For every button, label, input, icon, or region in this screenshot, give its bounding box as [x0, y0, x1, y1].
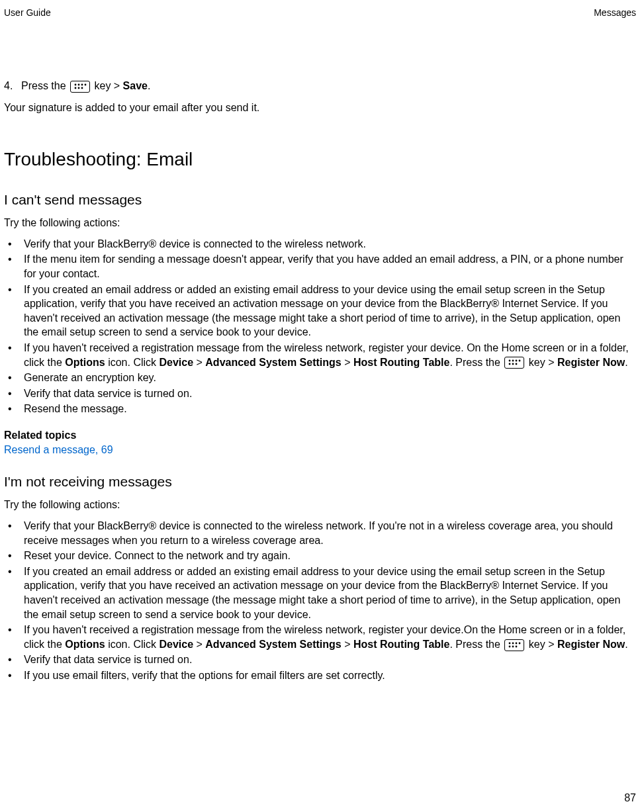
- step-text: Press the key > Save.: [21, 79, 150, 93]
- save-label: Save: [123, 80, 148, 91]
- svg-point-9: [516, 360, 518, 362]
- related-topics-label: Related topics: [4, 428, 636, 443]
- step-4: 4. Press the key > Save.: [4, 79, 636, 93]
- svg-point-19: [516, 645, 518, 647]
- signature-note: Your signature is added to your email af…: [4, 101, 636, 115]
- device-label: Device: [159, 357, 193, 368]
- text: key >: [526, 639, 557, 650]
- text: Press the: [21, 80, 69, 91]
- svg-point-5: [81, 87, 83, 89]
- svg-point-18: [512, 645, 514, 647]
- page-number: 87: [624, 791, 636, 805]
- svg-point-14: [509, 642, 511, 644]
- page-header: User Guide Messages: [4, 7, 636, 19]
- svg-point-2: [81, 83, 83, 85]
- svg-point-15: [512, 642, 514, 644]
- related-topics-block: Related topics Resend a message, 69: [4, 428, 636, 457]
- step-number: 4.: [4, 79, 21, 93]
- bullet-list-cant-send: Verify that your BlackBerry® device is c…: [4, 237, 636, 416]
- header-left: User Guide: [4, 7, 51, 19]
- list-item: If you haven't received a registration m…: [4, 341, 636, 369]
- svg-point-8: [512, 360, 514, 362]
- list-item: Verify that your BlackBerry® device is c…: [4, 237, 636, 251]
- heading-cant-send: I can't send messages: [4, 191, 636, 209]
- text: >: [193, 357, 205, 368]
- list-item: Verify that data service is turned on.: [4, 653, 636, 667]
- text: >: [342, 639, 353, 650]
- svg-point-20: [519, 642, 521, 644]
- options-label: Options: [65, 639, 105, 650]
- text: key >: [526, 357, 557, 368]
- svg-point-0: [75, 83, 77, 85]
- heading-troubleshooting: Troubleshooting: Email: [4, 147, 636, 172]
- host-label: Host Routing Table: [353, 639, 449, 650]
- related-link-resend[interactable]: Resend a message, 69: [4, 443, 636, 457]
- list-item: Verify that data service is turned on.: [4, 386, 636, 401]
- register-label: Register Now: [557, 357, 625, 368]
- svg-point-11: [512, 363, 514, 365]
- svg-point-7: [509, 360, 511, 362]
- text: . Press the: [449, 357, 503, 368]
- host-label: Host Routing Table: [353, 357, 449, 368]
- intro-text: Try the following actions:: [4, 216, 636, 230]
- list-item: If you created an email address or added…: [4, 564, 636, 621]
- list-item: Generate an encryption key.: [4, 371, 636, 385]
- device-label: Device: [159, 639, 193, 650]
- list-item: If you created an email address or added…: [4, 283, 636, 339]
- menu-key-icon: [70, 81, 90, 93]
- list-item: If the menu item for sending a message d…: [4, 252, 636, 281]
- text: .: [625, 639, 627, 650]
- header-right: Messages: [594, 7, 636, 19]
- svg-point-17: [509, 645, 511, 647]
- text: .: [148, 80, 150, 91]
- svg-point-6: [85, 83, 87, 85]
- list-item: Reset your device. Connect to the networ…: [4, 549, 636, 563]
- list-item: Verify that your BlackBerry® device is c…: [4, 519, 636, 547]
- text: . Press the: [449, 639, 503, 650]
- text: icon. Click: [105, 639, 160, 650]
- text: >: [342, 357, 353, 368]
- svg-point-13: [519, 360, 521, 362]
- text: icon. Click: [105, 357, 160, 368]
- svg-point-10: [509, 363, 511, 365]
- advanced-label: Advanced System Settings: [205, 639, 341, 650]
- svg-point-16: [516, 642, 518, 644]
- svg-point-3: [75, 87, 77, 89]
- register-label: Register Now: [557, 639, 625, 650]
- svg-point-1: [78, 83, 80, 85]
- text: key >: [91, 80, 123, 91]
- heading-not-receiving: I'm not receiving messages: [4, 473, 636, 491]
- menu-key-icon: [504, 639, 524, 651]
- list-item: Resend the message.: [4, 402, 636, 416]
- text: >: [193, 639, 205, 650]
- list-item: If you use email filters, verify that th…: [4, 668, 636, 683]
- list-item: If you haven't received a registration m…: [4, 623, 636, 651]
- options-label: Options: [65, 357, 105, 368]
- svg-point-4: [78, 87, 80, 89]
- svg-point-12: [516, 363, 518, 365]
- advanced-label: Advanced System Settings: [205, 357, 341, 368]
- menu-key-icon: [504, 357, 524, 369]
- bullet-list-not-receiving: Verify that your BlackBerry® device is c…: [4, 519, 636, 683]
- intro-text: Try the following actions:: [4, 498, 636, 512]
- text: .: [625, 357, 627, 368]
